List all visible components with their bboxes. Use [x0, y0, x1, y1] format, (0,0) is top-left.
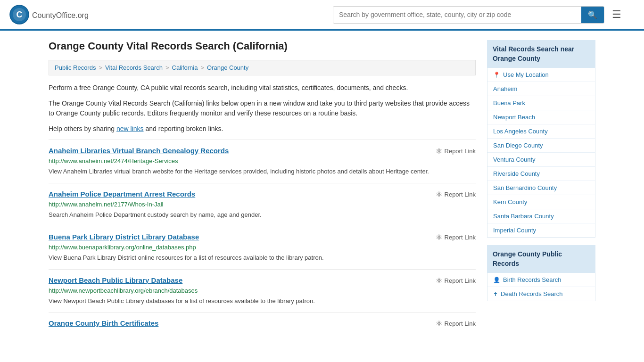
record-title-2[interactable]: Anaheim Police Department Arrest Records [49, 190, 195, 198]
sidebar-vital-heading: Vital Records Search near Orange County [487, 40, 595, 68]
use-my-location-link[interactable]: 📍 Use My Location [487, 68, 595, 82]
imperial-link[interactable]: Imperial County [487, 223, 595, 237]
search-button[interactable]: 🔍 [581, 7, 604, 23]
sidebar-item-riverside[interactable]: Riverside County [487, 167, 595, 181]
san-bernardino-label: San Bernardino County [493, 184, 557, 191]
death-records-link[interactable]: ✝ Death Records Search [487, 287, 595, 301]
record-header-3: Buena Park Library District Library Data… [49, 233, 476, 242]
report-label-4: Report Link [445, 277, 476, 284]
sidebar-item-santa-barbara[interactable]: Santa Barbara County [487, 209, 595, 223]
content-area: Orange County Vital Records Search (Cali… [49, 40, 476, 337]
riverside-label: Riverside County [493, 170, 540, 177]
buena-park-link[interactable]: Buena Park [487, 96, 595, 110]
report-link-btn-5[interactable]: ⚛ Report Link [436, 319, 476, 328]
santa-barbara-link[interactable]: Santa Barbara County [487, 209, 595, 223]
svg-text:C: C [17, 10, 23, 19]
buena-park-label: Buena Park [493, 99, 525, 107]
record-desc-2: Search Anaheim Police Department custody… [49, 210, 476, 220]
breadcrumb-sep-3: > [200, 64, 204, 71]
report-icon-2: ⚛ [436, 190, 442, 199]
record-desc-1: View Anaheim Libraries virtual branch we… [49, 167, 476, 176]
sidebar-item-los-angeles[interactable]: Los Angeles County [487, 124, 595, 139]
sidebar-item-san-bernardino[interactable]: San Bernardino County [487, 181, 595, 195]
ventura-label: Ventura County [493, 156, 536, 163]
sidebar-item-newport-beach[interactable]: Newport Beach [487, 110, 595, 124]
report-label-5: Report Link [445, 320, 476, 327]
record-entry-1: Anaheim Libraries Virtual Branch Genealo… [49, 140, 476, 183]
description-para3-prefix: Help others by sharing [49, 125, 116, 132]
report-icon-1: ⚛ [436, 147, 442, 156]
san-diego-label: San Diego County [493, 142, 543, 149]
report-icon-4: ⚛ [436, 276, 442, 285]
report-icon-3: ⚛ [436, 233, 442, 242]
sidebar-item-kern[interactable]: Kern County [487, 195, 595, 209]
record-entry-5: Orange County Birth Certificates ⚛ Repor… [49, 312, 476, 337]
birth-records-label: Birth Records Search [503, 276, 561, 283]
report-link-btn-2[interactable]: ⚛ Report Link [436, 190, 476, 199]
breadcrumb-public-records[interactable]: Public Records [55, 64, 96, 71]
sidebar-item-ventura[interactable]: Ventura County [487, 153, 595, 167]
hamburger-icon: ☰ [612, 8, 621, 20]
record-title-3[interactable]: Buena Park Library District Library Data… [49, 233, 199, 241]
logo-area: C CountyOffice.org [9, 5, 89, 25]
record-entry-3: Buena Park Library District Library Data… [49, 226, 476, 269]
record-title-4[interactable]: Newport Beach Public Library Database [49, 276, 182, 284]
sidebar-public-records-section: Orange County Public Records 👤 Birth Rec… [487, 245, 595, 301]
record-title-1[interactable]: Anaheim Libraries Virtual Branch Genealo… [49, 147, 229, 155]
page-title: Orange County Vital Records Search (Cali… [49, 40, 476, 52]
menu-button[interactable]: ☰ [608, 7, 625, 23]
breadcrumb-orange-county[interactable]: Orange County [207, 64, 248, 71]
record-entry-4: Newport Beach Public Library Database ⚛ … [49, 269, 476, 313]
breadcrumb-vital-records[interactable]: Vital Records Search [105, 64, 163, 71]
anaheim-link[interactable]: Anaheim [487, 82, 595, 96]
logo-suffix: .org [75, 11, 89, 19]
records-list: Anaheim Libraries Virtual Branch Genealo… [49, 140, 476, 337]
cross-icon: ✝ [493, 291, 498, 297]
search-area: 🔍 ☰ [333, 6, 625, 24]
kern-link[interactable]: Kern County [487, 195, 595, 209]
san-diego-link[interactable]: San Diego County [487, 139, 595, 152]
site-header: C CountyOffice.org 🔍 ☰ [0, 0, 644, 31]
sidebar-item-death-records[interactable]: ✝ Death Records Search [487, 287, 595, 301]
report-link-btn-3[interactable]: ⚛ Report Link [436, 233, 476, 242]
sidebar-item-buena-park[interactable]: Buena Park [487, 96, 595, 110]
report-link-btn-4[interactable]: ⚛ Report Link [436, 276, 476, 285]
sidebar: Vital Records Search near Orange County … [487, 40, 595, 337]
person-icon: 👤 [493, 277, 500, 283]
record-header-4: Newport Beach Public Library Database ⚛ … [49, 276, 476, 285]
record-desc-3: View Buena Park Library District online … [49, 253, 476, 263]
record-header-1: Anaheim Libraries Virtual Branch Genealo… [49, 147, 476, 156]
ventura-link[interactable]: Ventura County [487, 153, 595, 166]
logo-text: CountyOffice.org [32, 9, 89, 20]
birth-records-link[interactable]: 👤 Birth Records Search [487, 273, 595, 287]
breadcrumb: Public Records > Vital Records Search > … [49, 60, 476, 75]
record-title-5[interactable]: Orange County Birth Certificates [49, 319, 158, 327]
report-label-2: Report Link [445, 191, 476, 198]
sidebar-item-san-diego[interactable]: San Diego County [487, 139, 595, 153]
riverside-link[interactable]: Riverside County [487, 167, 595, 181]
record-entry-2: Anaheim Police Department Arrest Records… [49, 183, 476, 226]
sidebar-vital-section: Vital Records Search near Orange County … [487, 40, 595, 238]
report-link-btn-1[interactable]: ⚛ Report Link [436, 147, 476, 156]
newport-beach-link[interactable]: Newport Beach [487, 110, 595, 124]
breadcrumb-california[interactable]: California [172, 64, 198, 71]
search-input[interactable] [333, 7, 581, 23]
sidebar-use-location[interactable]: 📍 Use My Location [487, 68, 595, 82]
los-angeles-link[interactable]: Los Angeles County [487, 124, 595, 138]
sidebar-nearby-list: 📍 Use My Location Anaheim Buena Park [487, 68, 595, 238]
sidebar-item-birth-records[interactable]: 👤 Birth Records Search [487, 273, 595, 287]
death-records-label: Death Records Search [501, 290, 563, 297]
sidebar-public-records-heading: Orange County Public Records [487, 245, 595, 273]
sidebar-item-anaheim[interactable]: Anaheim [487, 82, 595, 96]
sidebar-item-imperial[interactable]: Imperial County [487, 223, 595, 237]
description-para3-suffix: and reporting broken links. [144, 125, 223, 132]
report-label-3: Report Link [445, 234, 476, 241]
description-para2: The Orange County Vital Records Search (… [49, 99, 476, 118]
san-bernardino-link[interactable]: San Bernardino County [487, 181, 595, 195]
breadcrumb-sep-1: > [99, 64, 102, 71]
record-url-2: http://www.anaheim.net/2177/Whos-In-Jail [49, 201, 476, 208]
new-links-link[interactable]: new links [116, 125, 144, 132]
logo-icon: C [9, 5, 29, 25]
record-url-4: http://www.newportbeachlibrary.org/ebran… [49, 287, 476, 294]
search-input-wrap: 🔍 [333, 6, 604, 24]
